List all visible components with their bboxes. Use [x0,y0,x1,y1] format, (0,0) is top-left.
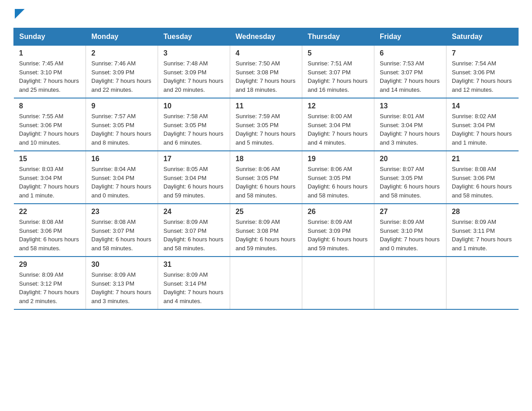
svg-marker-0 [15,9,25,19]
day-info: Sunrise: 8:09 AMSunset: 3:08 PMDaylight:… [236,218,296,253]
day-info: Sunrise: 8:08 AMSunset: 3:06 PMDaylight:… [452,165,513,200]
calendar-day-cell: 15 Sunrise: 8:03 AMSunset: 3:04 PMDaylig… [14,151,86,204]
col-thursday: Thursday [302,28,374,46]
day-number: 26 [308,208,369,216]
calendar-day-cell: 31 Sunrise: 8:09 AMSunset: 3:14 PMDaylig… [158,257,230,309]
day-info: Sunrise: 7:59 AMSunset: 3:05 PMDaylight:… [236,112,296,147]
calendar-day-cell: 22 Sunrise: 8:08 AMSunset: 3:06 PMDaylig… [14,204,86,257]
day-number: 12 [308,102,369,110]
calendar-day-cell: 26 Sunrise: 8:09 AMSunset: 3:09 PMDaylig… [302,204,374,257]
day-number: 11 [236,102,296,110]
day-number: 19 [308,155,369,163]
day-number: 22 [19,208,81,216]
calendar-day-cell: 2 Sunrise: 7:46 AMSunset: 3:09 PMDayligh… [86,46,158,98]
day-number: 7 [452,49,513,57]
day-info: Sunrise: 8:09 AMSunset: 3:11 PMDaylight:… [452,218,513,253]
calendar-day-cell: 9 Sunrise: 7:57 AMSunset: 3:05 PMDayligh… [86,98,158,151]
col-saturday: Saturday [446,28,519,46]
calendar-day-cell [302,257,374,309]
day-number: 10 [163,102,224,110]
calendar-week-row: 22 Sunrise: 8:08 AMSunset: 3:06 PMDaylig… [14,204,519,257]
day-number: 14 [452,102,513,110]
day-number: 17 [163,155,224,163]
day-number: 9 [91,102,152,110]
day-info: Sunrise: 7:54 AMSunset: 3:06 PMDaylight:… [452,59,513,94]
calendar-day-cell: 28 Sunrise: 8:09 AMSunset: 3:11 PMDaylig… [446,204,519,257]
calendar-day-cell [374,257,446,309]
day-number: 3 [163,49,224,57]
day-number: 30 [91,261,152,269]
day-info: Sunrise: 7:50 AMSunset: 3:08 PMDaylight:… [236,59,296,94]
calendar-day-cell: 4 Sunrise: 7:50 AMSunset: 3:08 PMDayligh… [230,46,302,98]
calendar-day-cell: 3 Sunrise: 7:48 AMSunset: 3:09 PMDayligh… [158,46,230,98]
day-info: Sunrise: 8:00 AMSunset: 3:04 PMDaylight:… [308,112,369,147]
calendar-day-cell: 20 Sunrise: 8:07 AMSunset: 3:05 PMDaylig… [374,151,446,204]
page-header [13,9,519,19]
calendar-day-cell: 27 Sunrise: 8:09 AMSunset: 3:10 PMDaylig… [374,204,446,257]
day-number: 20 [380,155,441,163]
day-number: 21 [452,155,513,163]
day-number: 16 [91,155,152,163]
calendar-week-row: 29 Sunrise: 8:09 AMSunset: 3:12 PMDaylig… [14,257,519,309]
col-tuesday: Tuesday [158,28,230,46]
day-info: Sunrise: 7:48 AMSunset: 3:09 PMDaylight:… [163,59,224,94]
calendar-day-cell: 30 Sunrise: 8:09 AMSunset: 3:13 PMDaylig… [86,257,158,309]
day-number: 4 [236,49,296,57]
day-number: 15 [19,155,81,163]
calendar-day-cell: 6 Sunrise: 7:53 AMSunset: 3:07 PMDayligh… [374,46,446,98]
calendar-day-cell: 13 Sunrise: 8:01 AMSunset: 3:04 PMDaylig… [374,98,446,151]
day-info: Sunrise: 8:04 AMSunset: 3:04 PMDaylight:… [91,165,152,200]
day-number: 31 [163,261,224,269]
day-info: Sunrise: 7:57 AMSunset: 3:05 PMDaylight:… [91,112,152,147]
day-info: Sunrise: 7:51 AMSunset: 3:07 PMDaylight:… [308,59,369,94]
day-info: Sunrise: 8:09 AMSunset: 3:10 PMDaylight:… [380,218,441,253]
day-number: 29 [19,261,81,269]
day-number: 1 [19,49,81,57]
day-number: 25 [236,208,296,216]
col-friday: Friday [374,28,446,46]
day-info: Sunrise: 8:02 AMSunset: 3:04 PMDaylight:… [452,112,513,147]
calendar-day-cell: 12 Sunrise: 8:00 AMSunset: 3:04 PMDaylig… [302,98,374,151]
calendar-header: Sunday Monday Tuesday Wednesday Thursday… [14,28,519,46]
day-info: Sunrise: 8:09 AMSunset: 3:13 PMDaylight:… [91,270,152,305]
day-info: Sunrise: 8:03 AMSunset: 3:04 PMDaylight:… [19,165,81,200]
day-info: Sunrise: 8:08 AMSunset: 3:06 PMDaylight:… [19,218,81,253]
day-number: 5 [308,49,369,57]
col-wednesday: Wednesday [230,28,302,46]
day-info: Sunrise: 7:55 AMSunset: 3:06 PMDaylight:… [19,112,81,147]
day-info: Sunrise: 8:06 AMSunset: 3:05 PMDaylight:… [236,165,296,200]
day-number: 6 [380,49,441,57]
day-number: 18 [236,155,296,163]
calendar-week-row: 8 Sunrise: 7:55 AMSunset: 3:06 PMDayligh… [14,98,519,151]
day-info: Sunrise: 8:09 AMSunset: 3:14 PMDaylight:… [163,270,224,305]
day-number: 13 [380,102,441,110]
calendar-week-row: 15 Sunrise: 8:03 AMSunset: 3:04 PMDaylig… [14,151,519,204]
calendar-day-cell [446,257,519,309]
day-number: 28 [452,208,513,216]
day-info: Sunrise: 7:46 AMSunset: 3:09 PMDaylight:… [91,59,152,94]
day-number: 24 [163,208,224,216]
day-info: Sunrise: 8:09 AMSunset: 3:12 PMDaylight:… [19,270,81,305]
day-info: Sunrise: 8:07 AMSunset: 3:05 PMDaylight:… [380,165,441,200]
calendar-day-cell: 11 Sunrise: 7:59 AMSunset: 3:05 PMDaylig… [230,98,302,151]
calendar-day-cell: 16 Sunrise: 8:04 AMSunset: 3:04 PMDaylig… [86,151,158,204]
day-info: Sunrise: 7:53 AMSunset: 3:07 PMDaylight:… [380,59,441,94]
day-info: Sunrise: 8:09 AMSunset: 3:07 PMDaylight:… [163,218,224,253]
calendar-week-row: 1 Sunrise: 7:45 AMSunset: 3:10 PMDayligh… [14,46,519,98]
day-info: Sunrise: 7:45 AMSunset: 3:10 PMDaylight:… [19,59,81,94]
day-info: Sunrise: 8:09 AMSunset: 3:09 PMDaylight:… [308,218,369,253]
calendar-day-cell: 10 Sunrise: 7:58 AMSunset: 3:05 PMDaylig… [158,98,230,151]
calendar-body: 1 Sunrise: 7:45 AMSunset: 3:10 PMDayligh… [14,46,519,310]
calendar-day-cell: 25 Sunrise: 8:09 AMSunset: 3:08 PMDaylig… [230,204,302,257]
calendar-day-cell: 24 Sunrise: 8:09 AMSunset: 3:07 PMDaylig… [158,204,230,257]
day-info: Sunrise: 7:58 AMSunset: 3:05 PMDaylight:… [163,112,224,147]
calendar-day-cell: 29 Sunrise: 8:09 AMSunset: 3:12 PMDaylig… [14,257,86,309]
header-row: Sunday Monday Tuesday Wednesday Thursday… [14,28,519,46]
calendar-day-cell: 14 Sunrise: 8:02 AMSunset: 3:04 PMDaylig… [446,98,519,151]
calendar-day-cell: 7 Sunrise: 7:54 AMSunset: 3:06 PMDayligh… [446,46,519,98]
day-number: 23 [91,208,152,216]
day-info: Sunrise: 8:01 AMSunset: 3:04 PMDaylight:… [380,112,441,147]
logo [13,9,25,19]
calendar-day-cell: 17 Sunrise: 8:05 AMSunset: 3:04 PMDaylig… [158,151,230,204]
col-monday: Monday [86,28,158,46]
